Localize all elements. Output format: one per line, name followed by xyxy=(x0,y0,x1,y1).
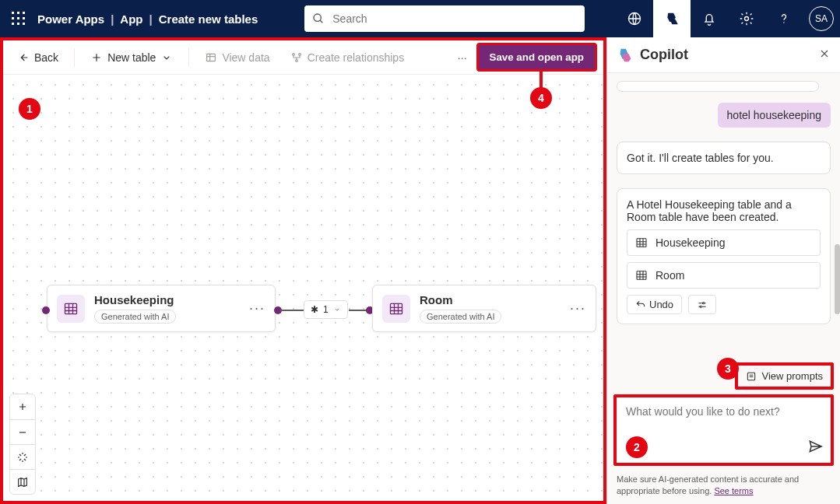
help-button[interactable] xyxy=(765,0,803,37)
table-icon xyxy=(635,269,648,282)
table-card-housekeeping[interactable]: Housekeeping Generated with AI ··· xyxy=(47,285,276,332)
svg-point-17 xyxy=(295,59,297,61)
app-launcher-button[interactable] xyxy=(0,0,37,37)
undo-button[interactable]: Undo xyxy=(627,295,682,314)
svg-rect-19 xyxy=(391,303,402,313)
search-box xyxy=(304,5,585,32)
svg-rect-20 xyxy=(637,239,646,247)
toolbar-overflow-button[interactable]: ··· xyxy=(453,47,472,68)
card-menu-button[interactable]: ··· xyxy=(570,300,586,317)
arrow-left-icon xyxy=(17,51,30,64)
assistant-text: Got it. I'll create tables for you. xyxy=(627,152,774,164)
send-button[interactable] xyxy=(807,439,823,457)
adjust-button[interactable] xyxy=(688,295,716,314)
svg-rect-3 xyxy=(12,17,14,19)
table-icon-box xyxy=(57,295,85,323)
back-button[interactable]: Back xyxy=(9,47,66,68)
ai-badge: Generated with AI xyxy=(420,310,501,324)
svg-rect-1 xyxy=(17,12,19,14)
scrollbar-thumb[interactable] xyxy=(835,244,840,314)
table-title: Room xyxy=(420,293,501,306)
prompt-input[interactable] xyxy=(626,405,821,418)
view-prompts-button[interactable]: View prompts xyxy=(735,362,834,390)
save-and-open-button[interactable]: Save and open app xyxy=(476,43,597,72)
previous-message-peek xyxy=(617,81,819,92)
table-icon xyxy=(205,51,217,64)
canvas-area: 1 Back New table View data Create relati… xyxy=(0,37,606,504)
create-rel-label: Create relationships xyxy=(308,51,405,64)
search-icon xyxy=(312,12,325,25)
minimap-button[interactable] xyxy=(10,469,35,494)
connection-port[interactable] xyxy=(42,306,50,314)
assistant-message: A Hotel Housekeeping table and a Room ta… xyxy=(617,188,831,324)
table-icon-box xyxy=(382,295,410,323)
breadcrumb-page: Create new tables xyxy=(159,12,258,26)
breadcrumb-sep: | xyxy=(149,12,153,26)
assistant-text: A Hotel Housekeeping table and a Room ta… xyxy=(627,198,821,223)
chip-label: Housekeeping xyxy=(655,236,726,249)
table-icon xyxy=(635,236,648,249)
table-icon xyxy=(388,301,404,317)
ai-disclaimer: Make sure AI-generated content is accura… xyxy=(607,471,840,504)
undo-icon xyxy=(635,299,646,310)
copilot-header: Copilot xyxy=(607,37,840,73)
sliders-icon xyxy=(697,299,708,310)
fit-to-screen-button[interactable] xyxy=(10,444,35,469)
copilot-title: Copilot xyxy=(640,47,688,63)
create-relationships-button[interactable]: Create relationships xyxy=(283,47,413,68)
svg-rect-7 xyxy=(17,23,19,25)
view-data-label: View data xyxy=(222,51,269,64)
search-input[interactable] xyxy=(304,5,585,32)
relationship-icon xyxy=(290,51,303,64)
copilot-panel: Copilot hotel housekeeping Got it. I'll … xyxy=(606,37,840,504)
new-table-label: New table xyxy=(107,51,156,64)
avatar[interactable]: SA xyxy=(809,6,834,31)
svg-rect-5 xyxy=(23,17,25,19)
table-title: Housekeeping xyxy=(94,293,176,306)
svg-rect-6 xyxy=(12,23,14,25)
zoom-controls xyxy=(9,394,36,495)
table-chip-housekeeping[interactable]: Housekeeping xyxy=(627,229,821,256)
view-data-button[interactable]: View data xyxy=(197,47,277,68)
disclaimer-text: Make sure AI-generated content is accura… xyxy=(617,474,799,495)
svg-point-22 xyxy=(703,302,705,303)
environment-button[interactable] xyxy=(616,0,653,37)
plus-icon xyxy=(90,51,103,64)
callout-3: 3 xyxy=(717,358,739,380)
relationship-pill[interactable]: ✱ 1 xyxy=(304,300,348,319)
copilot-toggle-button[interactable] xyxy=(653,0,691,37)
rel-icon: ✱ xyxy=(311,304,318,315)
svg-point-16 xyxy=(298,53,301,55)
svg-point-23 xyxy=(700,306,701,307)
send-icon xyxy=(807,439,823,454)
nav-icon-group: SA xyxy=(616,0,834,37)
see-terms-link[interactable]: See terms xyxy=(714,486,753,495)
svg-point-9 xyxy=(314,14,321,21)
new-table-button[interactable]: New table xyxy=(83,47,181,68)
breadcrumb-section[interactable]: App xyxy=(120,12,142,26)
zoom-out-button[interactable] xyxy=(10,419,35,444)
chevron-down-icon xyxy=(160,51,173,64)
table-chip-room[interactable]: Room xyxy=(627,262,821,289)
svg-rect-14 xyxy=(207,54,216,61)
breadcrumb-app[interactable]: Power Apps xyxy=(37,12,104,26)
copilot-messages: hotel housekeeping Got it. I'll create t… xyxy=(607,73,840,359)
svg-point-12 xyxy=(745,17,749,21)
callout-4: 4 xyxy=(530,87,552,109)
svg-rect-8 xyxy=(23,23,25,25)
notifications-button[interactable] xyxy=(691,0,728,37)
design-canvas[interactable]: Housekeeping Generated with AI ··· ✱ 1 xyxy=(3,75,603,501)
copilot-close-button[interactable] xyxy=(818,47,831,62)
svg-rect-18 xyxy=(65,303,77,313)
prompt-input-box: 2 xyxy=(613,394,834,466)
zoom-in-button[interactable] xyxy=(10,394,35,419)
settings-button[interactable] xyxy=(728,0,765,37)
card-menu-button[interactable]: ··· xyxy=(249,300,265,317)
prompts-icon xyxy=(746,371,757,382)
table-card-room[interactable]: Room Generated with AI ··· xyxy=(372,285,596,332)
user-message: hotel housekeeping xyxy=(718,103,831,128)
callout-1: 1 xyxy=(19,98,40,120)
table-icon xyxy=(63,301,79,317)
svg-rect-0 xyxy=(12,12,14,14)
view-prompts-label: View prompts xyxy=(761,370,823,382)
